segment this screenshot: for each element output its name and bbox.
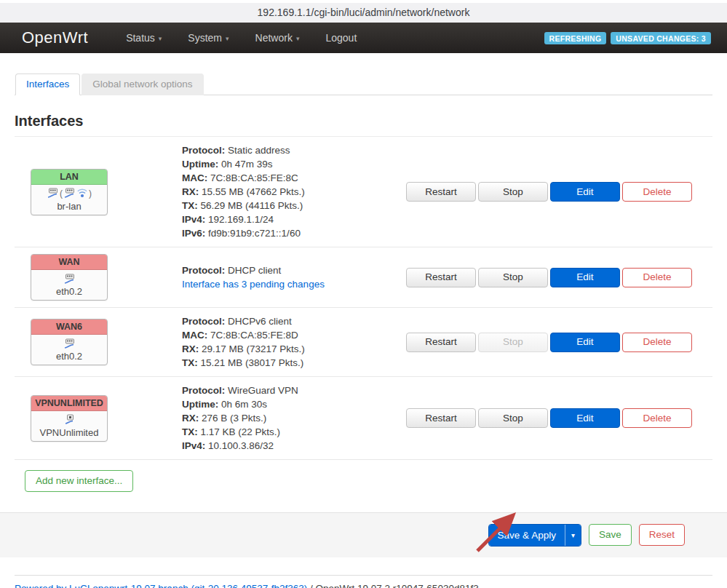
- interface-name: WAN: [31, 255, 107, 270]
- interface-actions: RestartStopEditDelete: [404, 333, 712, 352]
- restart-button[interactable]: Restart: [406, 268, 476, 287]
- nav-item-network[interactable]: Network▾: [255, 32, 300, 44]
- top-navbar: OpenWrt Status▾ System▾ Network▾ Logout …: [0, 23, 727, 53]
- reset-button[interactable]: Reset: [639, 524, 685, 546]
- footer-version-text: / OpenWrt 19.07.2 r10947-65030d81f3: [307, 583, 478, 588]
- ethernet-icon: [63, 274, 76, 285]
- interface-device-label: eth0.2: [33, 351, 106, 362]
- nav-item-system[interactable]: System▾: [188, 32, 229, 44]
- interface-detail-line: Uptime: 0h 6m 30s: [182, 397, 404, 411]
- interface-card-column: LAN () br-lan: [15, 169, 182, 215]
- interface-detail-line: MAC: 7C:8B:CA:85:FE:8C: [182, 171, 404, 185]
- tab-interfaces[interactable]: Interfaces: [15, 74, 80, 95]
- interface-card: LAN () br-lan: [31, 169, 108, 215]
- interface-actions: RestartStopEditDelete: [404, 408, 712, 428]
- stop-button[interactable]: Stop: [478, 408, 548, 428]
- footer: Powered by LuCI openwrt-19.07 branch (gi…: [0, 576, 727, 588]
- interface-card: VPNUNLIMITED VPNUnlimited: [31, 395, 108, 442]
- interface-icons: [33, 272, 106, 285]
- interface-card-column: WAN eth0.2: [15, 254, 182, 301]
- interface-actions: RestartStopEditDelete: [404, 268, 712, 287]
- interface-details: Protocol: DHCPv6 clientMAC: 7C:8B:CA:85:…: [182, 314, 404, 370]
- save-apply-button[interactable]: Save & Apply ▾: [488, 524, 581, 547]
- interface-details: Protocol: DHCP clientInterface has 3 pen…: [182, 263, 404, 291]
- interface-card-body: eth0.2: [31, 270, 107, 300]
- interface-actions: RestartStopEditDelete: [404, 182, 712, 202]
- luci-footer-link[interactable]: Powered by LuCI openwrt-19.07 branch (gi…: [15, 583, 307, 588]
- interface-card: WAN6 eth0.2: [31, 319, 108, 365]
- save-apply-dropdown-toggle[interactable]: ▾: [565, 525, 581, 546]
- delete-button[interactable]: Delete: [622, 182, 692, 202]
- nav-item-logout[interactable]: Logout: [325, 32, 357, 44]
- wifi-icon: [76, 188, 88, 199]
- interface-detail-line: Protocol: WireGuard VPN: [182, 384, 404, 397]
- interface-detail-line: IPv6: fd9b:91b9:c721::1/60: [182, 226, 404, 240]
- save-button[interactable]: Save: [589, 524, 632, 546]
- interface-detail-line: Protocol: DHCP client: [182, 263, 404, 277]
- nav-item-status[interactable]: Status▾: [126, 32, 162, 44]
- interface-detail-line: IPv4: 192.169.1.1/24: [182, 212, 404, 226]
- icon-group-paren: (: [60, 188, 63, 199]
- interface-detail-line: MAC: 7C:8B:CA:85:FE:8D: [182, 328, 404, 342]
- chevron-down-icon: ▾: [226, 35, 229, 42]
- interface-detail-line: TX: 1.17 KB (22 Pkts.): [182, 425, 404, 439]
- interface-detail-line: Protocol: Static address: [182, 143, 404, 157]
- interface-name: LAN: [31, 170, 107, 185]
- page-actions-bar: Save & Apply ▾ Save Reset: [0, 512, 727, 557]
- interface-detail-line: RX: 276 B (3 Pkts.): [182, 411, 404, 425]
- ethernet-icon: [63, 338, 76, 349]
- interface-details: Protocol: WireGuard VPNUptime: 0h 6m 30s…: [182, 384, 404, 453]
- chevron-down-icon: ▾: [571, 531, 575, 539]
- interface-details: Protocol: Static addressUptime: 0h 47m 3…: [182, 143, 404, 240]
- edit-button[interactable]: Edit: [550, 182, 620, 202]
- interface-card-body: eth0.2: [31, 335, 107, 365]
- ethernet-icon: [63, 188, 76, 199]
- nav-item-logout-label: Logout: [325, 32, 357, 44]
- restart-button[interactable]: Restart: [406, 333, 476, 352]
- interface-device-label: br-lan: [33, 201, 106, 212]
- add-new-interface-button[interactable]: Add new interface...: [25, 470, 133, 492]
- interface-detail-line: TX: 15.21 MB (38017 Pkts.): [182, 356, 404, 370]
- interface-device-label: VPNUnlimited: [33, 427, 106, 438]
- nav-item-network-label: Network: [255, 32, 293, 44]
- interface-detail-line: Uptime: 0h 47m 39s: [182, 157, 404, 171]
- interface-row: VPNUNLIMITED VPNUnlimited Protocol: Wire…: [15, 377, 712, 460]
- interface-detail-line: TX: 56.29 MB (44116 Pkts.): [182, 199, 404, 212]
- delete-button[interactable]: Delete: [622, 268, 692, 287]
- interface-icons: [33, 413, 106, 426]
- refreshing-badge: REFRESHING: [544, 32, 607, 44]
- nav-menu: Status▾ System▾ Network▾ Logout: [126, 32, 544, 44]
- unsaved-changes-badge[interactable]: UNSAVED CHANGES: 3: [611, 32, 711, 44]
- delete-button[interactable]: Delete: [622, 408, 692, 428]
- interface-detail-line: RX: 15.55 MB (47662 Pkts.): [182, 185, 404, 199]
- interface-card-column: WAN6 eth0.2: [15, 319, 182, 365]
- tab-global-network-options[interactable]: Global network options: [82, 74, 203, 95]
- interface-card-column: VPNUNLIMITED VPNUnlimited: [15, 395, 182, 442]
- interface-name: WAN6: [31, 319, 107, 335]
- openwrt-logo: OpenWrt: [22, 28, 88, 47]
- add-interface-row: Add new interface...: [15, 460, 712, 504]
- browser-address-bar[interactable]: 192.169.1.1/cgi-bin/luci/admin/network/n…: [0, 0, 727, 23]
- stop-button[interactable]: Stop: [478, 333, 548, 352]
- interface-card-body: () br-lan: [31, 185, 107, 215]
- restart-button[interactable]: Restart: [406, 408, 476, 428]
- stop-button[interactable]: Stop: [478, 268, 548, 287]
- chevron-down-icon: ▾: [159, 35, 162, 42]
- interface-icons: [33, 337, 106, 350]
- tunnel-icon: [64, 414, 75, 425]
- save-apply-label[interactable]: Save & Apply: [489, 525, 565, 546]
- stop-button[interactable]: Stop: [478, 182, 548, 202]
- ethernet-icon: [47, 188, 59, 199]
- icon-group-paren: ): [89, 188, 92, 199]
- edit-button[interactable]: Edit: [550, 268, 620, 287]
- delete-button[interactable]: Delete: [622, 333, 692, 352]
- nav-item-status-label: Status: [126, 32, 155, 44]
- interface-detail-line: Protocol: DHCPv6 client: [182, 314, 404, 328]
- interface-icons: (): [33, 187, 106, 200]
- edit-button[interactable]: Edit: [550, 408, 620, 428]
- edit-button[interactable]: Edit: [550, 333, 620, 352]
- restart-button[interactable]: Restart: [406, 182, 476, 202]
- interface-device-label: eth0.2: [33, 286, 106, 297]
- interface-card-body: VPNUnlimited: [31, 411, 107, 441]
- pending-changes-notice[interactable]: Interface has 3 pending changes: [182, 277, 404, 291]
